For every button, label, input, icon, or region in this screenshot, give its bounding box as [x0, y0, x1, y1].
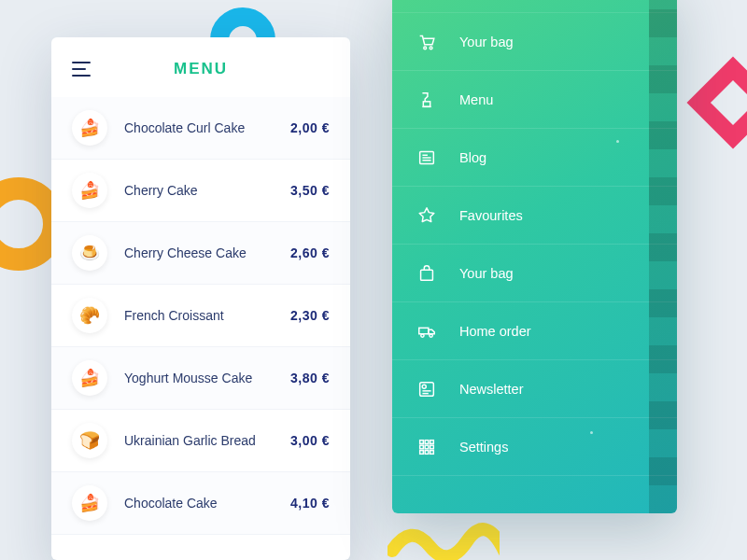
menu-item-price: 3,80 € [290, 371, 330, 385]
grid-icon [416, 437, 437, 457]
nav-item-favourites[interactable]: Favourites [392, 187, 677, 245]
menu-item-thumb: 🍞 [72, 423, 107, 458]
svg-rect-21 [425, 445, 429, 449]
svg-point-12 [430, 333, 432, 336]
menu-item-thumb: 🍰 [72, 485, 107, 521]
menu-item-thumb: 🍮 [72, 235, 107, 271]
menu-item[interactable]: 🍞Ukrainian Garlic Bread3,00 € [51, 410, 350, 472]
menu-item[interactable]: 🥐French Croissant2,30 € [51, 285, 350, 347]
svg-rect-17 [420, 440, 424, 443]
menu-item-price: 3,50 € [290, 183, 330, 198]
menu-item-price: 2,30 € [290, 308, 330, 323]
nav-item-home-order[interactable]: Home order [392, 302, 677, 360]
nav-list: SearchYour bagMenuBlogFavouritesYour bag… [392, 0, 677, 476]
nav-drawer: SearchYour bagMenuBlogFavouritesYour bag… [392, 0, 677, 513]
svg-rect-24 [425, 450, 429, 454]
menu-panel: MENU 🍰Chocolate Curl Cake2,00 €🍰Cherry C… [51, 37, 350, 560]
star-icon [416, 205, 437, 226]
nav-item-label: Home order [459, 324, 531, 339]
menu-item[interactable]: 🍰Cherry Cake3,50 € [51, 160, 350, 222]
decor-diamond-pink [687, 57, 747, 149]
nav-item-label: Menu [459, 92, 493, 107]
svg-point-3 [430, 47, 432, 49]
menu-item-name: French Croissant [124, 308, 290, 323]
bag-icon [416, 263, 437, 284]
nav-item-label: Favourites [459, 208, 523, 223]
news-icon [416, 379, 437, 399]
nav-item-label: Blog [459, 150, 486, 165]
menu-item-name: Ukrainian Garlic Bread [124, 433, 290, 448]
svg-point-11 [421, 333, 424, 336]
grinder-icon [416, 90, 437, 110]
svg-point-14 [422, 385, 426, 388]
nav-item-blog[interactable]: Blog [392, 129, 677, 187]
menu-item[interactable]: 🍰Chocolate Curl Cake2,00 € [51, 97, 350, 160]
nav-item-newsletter[interactable]: Newsletter [392, 360, 677, 418]
svg-rect-4 [423, 101, 430, 106]
svg-rect-19 [430, 440, 434, 443]
menu-item-thumb: 🍰 [72, 110, 107, 146]
menu-item-price: 3,00 € [290, 433, 330, 448]
menu-item-thumb: 🥐 [72, 298, 107, 333]
menu-item-price: 4,10 € [290, 496, 330, 511]
svg-point-2 [424, 47, 427, 49]
svg-rect-18 [425, 440, 429, 443]
menu-header: MENU [51, 37, 350, 97]
menu-item-thumb: 🍰 [72, 173, 107, 208]
decor-dot [590, 431, 593, 434]
van-icon [416, 321, 437, 342]
newspaper-icon [416, 147, 437, 168]
svg-rect-23 [420, 450, 424, 454]
svg-rect-9 [421, 270, 433, 280]
nav-item-label: Your bag [459, 35, 514, 49]
menu-item-price: 2,60 € [290, 245, 330, 260]
svg-rect-10 [419, 328, 429, 333]
svg-rect-20 [420, 445, 424, 449]
menu-item-price: 2,00 € [290, 120, 330, 135]
nav-item-your-bag[interactable]: Your bag [392, 13, 677, 71]
nav-item-your-bag[interactable]: Your bag [392, 245, 677, 302]
decor-squiggle-yellow [388, 513, 500, 560]
menu-item[interactable]: 🍰Yoghurt Mousse Cake3,80 € [51, 347, 350, 410]
nav-item-label: Settings [459, 440, 508, 455]
decor-dot [616, 140, 619, 143]
menu-title: MENU [72, 60, 330, 78]
nav-item-label: Your bag [459, 266, 514, 281]
menu-item[interactable]: 🍰Chocolate Cake4,10 € [51, 472, 350, 535]
menu-item-name: Chocolate Cake [124, 496, 290, 511]
nav-item-label: Newsletter [459, 382, 524, 397]
cart-icon [416, 32, 437, 52]
menu-item-name: Yoghurt Mousse Cake [124, 371, 290, 385]
menu-item-name: Chocolate Curl Cake [124, 120, 290, 135]
svg-rect-22 [430, 445, 434, 449]
menu-item-thumb: 🍰 [72, 360, 107, 396]
nav-item-settings[interactable]: Settings [392, 418, 677, 476]
menu-list: 🍰Chocolate Curl Cake2,00 €🍰Cherry Cake3,… [51, 97, 350, 535]
nav-item-search[interactable]: Search [392, 0, 677, 13]
menu-item-name: Cherry Cake [124, 183, 290, 198]
menu-item[interactable]: 🍮Cherry Cheese Cake2,60 € [51, 222, 350, 285]
nav-item-menu[interactable]: Menu [392, 71, 677, 129]
svg-rect-25 [430, 450, 434, 454]
menu-item-name: Cherry Cheese Cake [124, 245, 290, 260]
